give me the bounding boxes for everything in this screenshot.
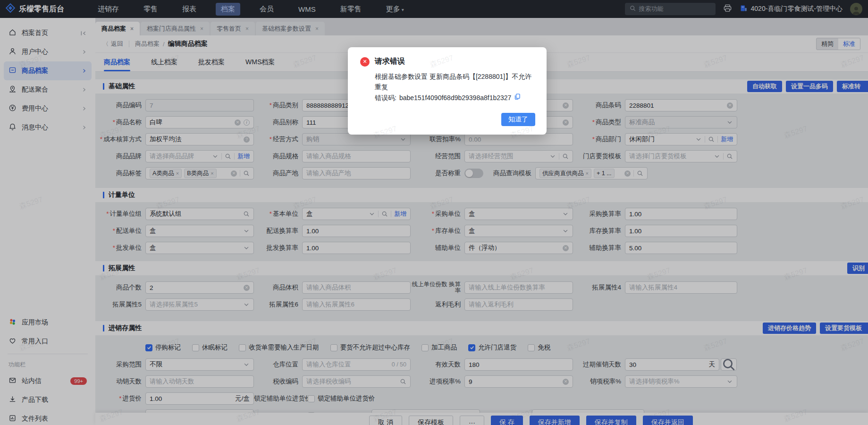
- error-code-value: babe151f4090f68d9b29398a8f1b2327: [399, 93, 511, 103]
- copy-icon[interactable]: [514, 93, 521, 103]
- error-message: 根据基础参数设置 更新商品条码【[2288801]】不允许重复: [375, 71, 534, 93]
- error-dialog: ✕ 请求错误 根据基础参数设置 更新商品条码【[2288801]】不允许重复 错…: [348, 47, 547, 135]
- error-dialog-title: 请求错误: [375, 57, 405, 67]
- ok-button[interactable]: 知道了: [501, 113, 535, 126]
- error-icon: ✕: [360, 57, 370, 67]
- error-code-label: 错误码:: [375, 93, 396, 103]
